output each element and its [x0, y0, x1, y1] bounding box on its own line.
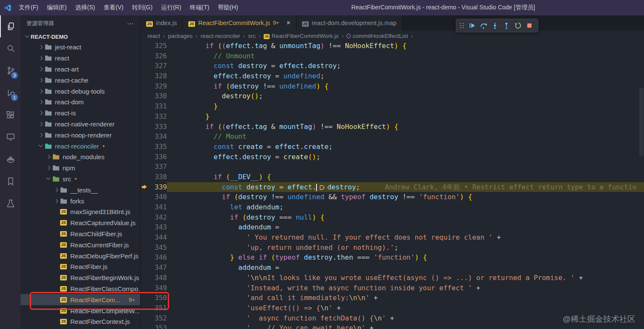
continue-button[interactable]	[467, 20, 477, 31]
tree-item[interactable]: react-native-renderer	[20, 119, 140, 130]
breakpoint-margin[interactable]	[141, 283, 152, 293]
tree-item[interactable]: __tests__	[20, 184, 140, 195]
breakpoint-margin[interactable]	[141, 303, 152, 313]
line-number[interactable]: 347	[152, 263, 167, 273]
drag-handle-icon[interactable]	[460, 23, 464, 29]
tree-item[interactable]: JSReactFiberContext.js	[20, 316, 140, 327]
sidebar-item-remote-explorer[interactable]	[0, 126, 20, 148]
breakpoint-margin[interactable]	[141, 162, 152, 172]
breakpoint-margin[interactable]	[141, 293, 152, 303]
breakpoint-margin[interactable]	[141, 313, 152, 323]
code-line[interactable]: 340 if (destroy !== undefined && typeof …	[141, 192, 644, 202]
close-icon[interactable]: ×	[286, 19, 290, 27]
code-line[interactable]: 342 if (destroy === null) {	[141, 212, 644, 223]
tree-item[interactable]: react-cache	[20, 74, 140, 86]
code-line[interactable]: 344 ' You returned null. If your effect …	[141, 232, 644, 243]
code-line-content[interactable]: } else if (typeof destroy.then === 'func…	[167, 252, 644, 263]
line-number[interactable]: 341	[152, 202, 167, 212]
code-line-content[interactable]: const destroy = effect.destroy;	[167, 61, 644, 71]
tree-item[interactable]: JSmaxSigned31BitInt.js	[20, 206, 140, 217]
breakpoint-margin[interactable]	[141, 91, 152, 101]
tree-item[interactable]: src●	[20, 174, 140, 185]
code-line-content[interactable]: '\n\nIt looks like you wrote useEffect(a…	[167, 273, 644, 283]
tree-item[interactable]: react-reconciler●	[20, 140, 140, 152]
breakpoint-margin[interactable]	[141, 323, 152, 329]
code-line[interactable]: 328 effect.destroy = undefined;	[141, 71, 644, 81]
line-number[interactable]: 327	[152, 61, 167, 71]
breakpoint-margin[interactable]	[141, 122, 152, 132]
breakpoint-margin[interactable]	[141, 142, 152, 152]
code-line[interactable]: 334 // Mount	[141, 132, 644, 142]
code-line-content[interactable]: 'and call it immediately:\n\n' +	[167, 293, 644, 303]
line-number[interactable]: 342	[152, 212, 167, 223]
line-number[interactable]: 329	[152, 81, 167, 92]
breakpoint-margin[interactable]	[141, 243, 152, 253]
breakpoint-margin[interactable]	[141, 252, 152, 263]
code-line-content[interactable]: 'useEffect(() => {\n' +	[167, 303, 644, 313]
breadcrumb-item[interactable]: packages	[168, 33, 193, 39]
line-number[interactable]: 343	[152, 222, 167, 232]
tree-item[interactable]: jest-react	[20, 42, 140, 53]
editor-scrollbar[interactable]	[639, 41, 644, 329]
breakpoint-margin[interactable]	[141, 263, 152, 273]
code-line-content[interactable]	[167, 162, 644, 172]
code-line-content[interactable]: }	[167, 101, 644, 112]
breadcrumb-item[interactable]: JSReactFiberCommitWork.js	[264, 32, 339, 39]
more-actions-icon[interactable]: ⋯	[127, 20, 134, 28]
line-number[interactable]: 332	[152, 112, 167, 122]
code-line[interactable]: 327 const destroy = effect.destroy;	[141, 61, 644, 71]
breakpoint-margin[interactable]	[141, 81, 152, 92]
code-line[interactable]: 326 // Unmount	[141, 51, 644, 61]
code-line-content[interactable]: effect.destroy = undefined;	[167, 71, 644, 81]
tree-item[interactable]: JSReactFiberCompleteW...	[20, 305, 140, 316]
breakpoint-margin[interactable]	[141, 232, 152, 243]
breakpoint-margin[interactable]	[141, 41, 152, 51]
breakpoint-margin[interactable]	[141, 172, 152, 182]
code-line[interactable]: 347 addendum =	[141, 263, 644, 273]
tree-item[interactable]: JSReactChildFiber.js	[20, 229, 140, 240]
menu-item[interactable]: 选择(S)	[71, 0, 100, 15]
code-line[interactable]: 336 effect.destroy = create();	[141, 152, 644, 162]
line-number[interactable]: 350	[152, 293, 167, 303]
line-number[interactable]: 351	[152, 303, 167, 313]
code-line[interactable]: 350 'and call it immediately:\n\n' +	[141, 293, 644, 303]
code-line[interactable]: 337	[141, 162, 644, 172]
code-line-content[interactable]: if (__DEV__) {	[167, 172, 644, 182]
code-line-content[interactable]: if (destroy === null) {	[167, 212, 644, 223]
line-number[interactable]: 325	[152, 41, 167, 51]
code-line-content[interactable]: // Mount	[167, 132, 644, 142]
step-out-button[interactable]	[501, 20, 512, 31]
step-into-button[interactable]	[490, 20, 500, 31]
editor-tab[interactable]: JSindex.js	[141, 15, 183, 31]
code-line[interactable]: 339 const destroy = effect.destroy;Andre…	[141, 182, 644, 192]
tree-item[interactable]: JSReactFiber.js	[20, 261, 140, 272]
code-line[interactable]: 345 'up, return undefined (or nothing).'…	[141, 243, 644, 253]
tree-item[interactable]: JSReactFiberBeginWork.js	[20, 272, 140, 283]
code-line-content[interactable]: 'up, return undefined (or nothing).';	[167, 243, 644, 253]
tree-item[interactable]: react-art	[20, 64, 140, 75]
line-number[interactable]: 349	[152, 283, 167, 293]
line-number[interactable]: 340	[152, 192, 167, 202]
code-line[interactable]: 335 const create = effect.create;	[141, 142, 644, 152]
line-number[interactable]: 338	[152, 172, 167, 182]
code-line[interactable]: 346 } else if (typeof destroy.then === '…	[141, 252, 644, 263]
breadcrumb-item[interactable]: react	[147, 33, 160, 39]
line-number[interactable]: 328	[152, 71, 167, 81]
code-line[interactable]: 332 }	[141, 112, 644, 122]
code-line[interactable]: 330 destroy();	[141, 91, 644, 101]
line-number[interactable]: 334	[152, 132, 167, 142]
line-number[interactable]: 336	[152, 152, 167, 162]
sidebar-item-testing[interactable]	[0, 192, 20, 215]
stop-button[interactable]	[524, 20, 535, 31]
code-line[interactable]: 349 'Instead, write the async function i…	[141, 283, 644, 293]
tree-item[interactable]: JSReactFiberCom...9+	[20, 294, 140, 305]
menu-item[interactable]: 编辑(E)	[43, 0, 71, 15]
sidebar-item-extensions[interactable]	[0, 104, 20, 126]
code-line-content[interactable]: addendum =	[167, 222, 644, 232]
sidebar-item-docker[interactable]	[0, 148, 20, 170]
breakpoint-margin[interactable]	[141, 212, 152, 223]
breakpoint-margin[interactable]	[141, 182, 152, 192]
line-number[interactable]: 326	[152, 51, 167, 61]
code-line[interactable]: 348 '\n\nIt looks like you wrote useEffe…	[141, 273, 644, 283]
tree-item[interactable]: react-dom	[20, 97, 140, 108]
